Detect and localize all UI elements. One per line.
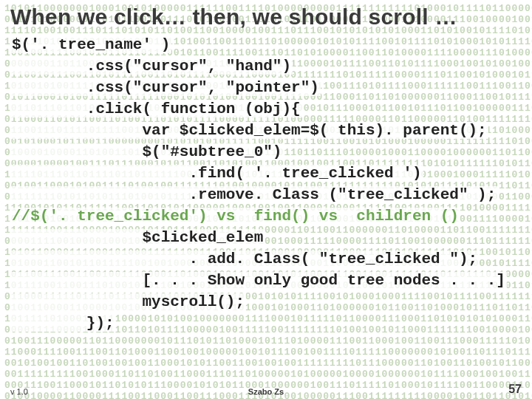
code-line: [. . . Show only good tree nodes . . .]	[10, 272, 507, 289]
code-line: .remove. Class ("tree_clicked" );	[10, 186, 497, 203]
code-line: .click( function (obj){	[10, 100, 302, 117]
code-line: $clicked_elem	[10, 229, 265, 246]
code-line: myscroll();	[10, 293, 246, 310]
code-line: $("#subtree_0")	[10, 143, 283, 160]
footer-page-number: 57	[492, 383, 522, 396]
footer-version: v 1.0	[10, 387, 40, 396]
code-line-comment: //$('. tree_clicked') vs find() vs child…	[10, 208, 460, 225]
slide-content: When we click… then, we should scroll … …	[0, 0, 532, 334]
footer-author: Szabo Zs	[40, 387, 492, 396]
code-line: });	[10, 315, 116, 332]
code-line: .find( '. tree_clicked ')	[10, 165, 423, 182]
code-line: .css("cursor", "hand")	[10, 58, 293, 75]
code-line: var $clicked_elem=$( this). parent();	[10, 122, 488, 139]
slide-footer: v 1.0 Szabo Zs 57	[0, 383, 532, 396]
code-line: . add. Class( "tree_clicked ");	[10, 250, 479, 267]
code-block: $('. tree_name' ) .css("cursor", "hand")…	[10, 34, 525, 334]
slide-title: When we click… then, we should scroll …	[10, 4, 525, 30]
code-line: $('. tree_name' )	[10, 36, 171, 53]
code-line: .css("cursor", "pointer")	[10, 79, 321, 96]
